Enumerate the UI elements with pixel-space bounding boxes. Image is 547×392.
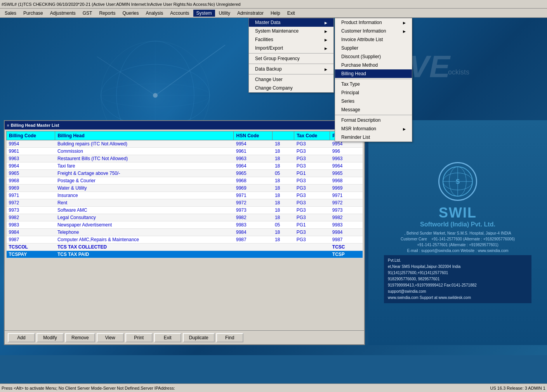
menu-item-facilities[interactable]: Facilities [249, 35, 333, 44]
title-bar: #SWIL# (1)TCS CHECKING 06/10/2020*20-21 … [0, 0, 547, 9]
submenu-item-principal[interactable]: Principal [335, 88, 412, 97]
submenu-arrow-customer-info [399, 28, 406, 34]
submenu-item-series[interactable]: Series [335, 97, 412, 105]
submenu-item-purchase-method[interactable]: Purchase Method [335, 61, 412, 69]
bg-text-ve: VE [408, 49, 450, 85]
menu-item-data-backup[interactable]: Data Backup [249, 65, 333, 73]
col-tax-code [273, 131, 294, 140]
table-row[interactable]: 9971 Insurance 9971 18 PG3 9971 [7, 192, 363, 199]
submenu-item-message[interactable]: Message [335, 105, 412, 114]
table-row[interactable]: 9965 Freight & Cartage above 750/- 9965 … [7, 170, 363, 177]
status-right: US 16.3 Release: 3 ADMIN 1 [490, 386, 545, 390]
submenu-arrow-product-info [399, 20, 406, 25]
billing-table-body: 9954 Building repairs (ITC Not Allowed) … [7, 140, 363, 258]
swil-logo-circle: S [438, 162, 477, 201]
billing-table-container: Billing Code Billing Head HSN Code Tax C… [6, 131, 363, 325]
button-bar: Add Modify Remove View Print Exit Duplic… [5, 330, 364, 344]
swil-company-name: Softworld (India) Pvt. Ltd. [420, 221, 495, 228]
table-row[interactable]: 9984 Telephone 9984 18 PG3 9984 [7, 229, 363, 236]
submenu-arrow-import-export [321, 45, 327, 51]
table-row[interactable]: TCSPAY TCS TAX PAID TCSP [7, 251, 363, 258]
menu-item-import-export[interactable]: Import/Export [249, 44, 333, 52]
submenu-arrow-msr-info [399, 126, 406, 131]
submenu-item-tax-type[interactable]: Tax Type [335, 80, 412, 88]
menu-help[interactable]: Help [267, 10, 283, 17]
submenu-item-supplier[interactable]: Supplier [335, 44, 412, 52]
menu-item-system-maintenance[interactable]: System Maintenance [249, 27, 333, 35]
table-row[interactable]: 9987 Computer AMC,Repairs & Maintenance … [7, 236, 363, 243]
menu-item-change-company[interactable]: Change Company [249, 84, 333, 92]
menu-bar: Sales Purchase Adjustments GST Reports Q… [0, 9, 547, 18]
menu-exit[interactable]: Exit [284, 10, 298, 17]
title-text: #SWIL# (1)TCS CHECKING 06/10/2020*20-21 … [2, 2, 241, 7]
table-row[interactable]: 9954 Building repairs (ITC Not Allowed) … [7, 140, 363, 148]
submenu-divider-2 [335, 115, 412, 115]
menu-utility[interactable]: Utility [216, 10, 233, 17]
submenu-item-product-info[interactable]: Product Information [335, 18, 412, 27]
table-row[interactable]: TCSCOL TCS TAX COLLECTED TCSC [7, 243, 363, 251]
submenu-item-invoice-attr[interactable]: Invoice Attribute List [335, 35, 412, 44]
status-left: Press <Alt> to activate Menu; No Client … [2, 386, 175, 390]
menu-accounts[interactable]: Accounts [167, 10, 192, 17]
col-hsn-code: HSN Code [234, 131, 273, 140]
menu-sales[interactable]: Sales [2, 10, 19, 17]
menu-adjustments[interactable]: Adjustments [47, 10, 79, 17]
master-data-submenu: Product Information Customer Information… [335, 18, 412, 142]
menu-queries[interactable]: Queries [119, 10, 142, 17]
menu-gst[interactable]: GST [80, 10, 96, 17]
menu-system[interactable]: System [193, 10, 215, 17]
table-row[interactable]: 9983 Newspaper Advertisement 9983 05 PG1… [7, 221, 363, 229]
table-scroll[interactable]: Billing Code Billing Head HSN Code Tax C… [6, 131, 363, 321]
table-row[interactable]: 9963 Restaurent Bills (ITC Not Allowed) … [7, 155, 363, 162]
svg-text:S: S [456, 178, 460, 185]
col-billing-code: Billing Code [7, 131, 55, 140]
table-row[interactable]: 9969 Water & Utility 9969 18 PG3 9969 [7, 185, 363, 192]
print-button[interactable]: Print [125, 333, 153, 342]
submenu-item-msr-info[interactable]: MSR Information [335, 124, 412, 133]
swil-info-panel: S SWIL Softworld (India) Pvt. Ltd. , Beh… [368, 120, 547, 345]
divider-1 [249, 53, 333, 54]
submenu-item-format-desc[interactable]: Format Description [335, 116, 412, 124]
table-row[interactable]: 9982 Legal Consultancy 9982 18 PG3 9982 [7, 214, 363, 221]
system-dropdown-menu: Master Data System Maintenance Facilitie… [248, 18, 334, 93]
menu-purchase[interactable]: Purchase [20, 10, 46, 17]
billing-title-bar: ≡ Billing Head Master List _ □ ✕ [5, 121, 364, 130]
view-button[interactable]: View [97, 333, 124, 342]
menu-item-set-group-frequency[interactable]: Set Group Frequency [249, 54, 333, 63]
swil-logo-text: SWIL [439, 205, 477, 221]
menu-administrator[interactable]: Adminstrator [234, 10, 267, 17]
divider-3 [249, 74, 333, 74]
add-button[interactable]: Add [8, 333, 35, 342]
duplicate-button[interactable]: Duplicate [183, 333, 215, 342]
table-row[interactable]: 9964 Taxi fare 9964 18 PG3 9964 [7, 162, 363, 170]
table-row[interactable]: 9968 Postage & Courier 9968 18 PG3 9968 [7, 177, 363, 185]
menu-item-change-user[interactable]: Change User [249, 75, 333, 84]
modify-button[interactable]: Modify [36, 333, 64, 342]
submenu-divider-1 [335, 79, 412, 79]
table-header-row: Billing Code Billing Head HSN Code Tax C… [7, 131, 363, 140]
submenu-item-customer-info[interactable]: Customer Information [335, 27, 412, 35]
submenu-arrow-facilities [321, 37, 327, 42]
billing-table: Billing Code Billing Head HSN Code Tax C… [6, 131, 363, 258]
table-row[interactable]: 9972 Rent 9972 18 PG3 9972 [7, 199, 363, 207]
submenu-item-reminder-list[interactable]: Reminder List [335, 133, 412, 142]
status-bar: Press <Alt> to activate Menu; No Client … [0, 383, 547, 392]
table-row[interactable]: 9973 Software AMC 9973 18 PG3 9973 [7, 207, 363, 214]
menu-reports[interactable]: Reports [96, 10, 118, 17]
table-row[interactable]: 9961 Commission 9961 18 PG3 996 [7, 148, 363, 155]
submenu-arrow-data-backup [321, 66, 327, 72]
remove-button[interactable]: Remove [65, 333, 95, 342]
swil-pvt-box: Pvt.Ltd. et,Near SMS Hospital,Jaipur-302… [384, 255, 531, 303]
submenu-item-billing-head[interactable]: Billing Head [335, 69, 412, 78]
swil-logo-svg: S [442, 166, 473, 197]
divider-2 [249, 64, 333, 64]
bg-text-ockists: ockists [448, 68, 469, 76]
menu-item-master-data[interactable]: Master Data [249, 18, 333, 27]
col-billing-head: Billing Head [55, 131, 234, 140]
billing-window-title: Billing Head Master List [11, 123, 59, 128]
exit-button[interactable]: Exit [154, 333, 181, 342]
submenu-item-discount-supplier[interactable]: Discount (Supplier) [335, 52, 412, 61]
col-taxcode: Tax Code [294, 131, 330, 140]
find-button[interactable]: Find [216, 333, 243, 342]
menu-analysis[interactable]: Analysis [143, 10, 167, 17]
